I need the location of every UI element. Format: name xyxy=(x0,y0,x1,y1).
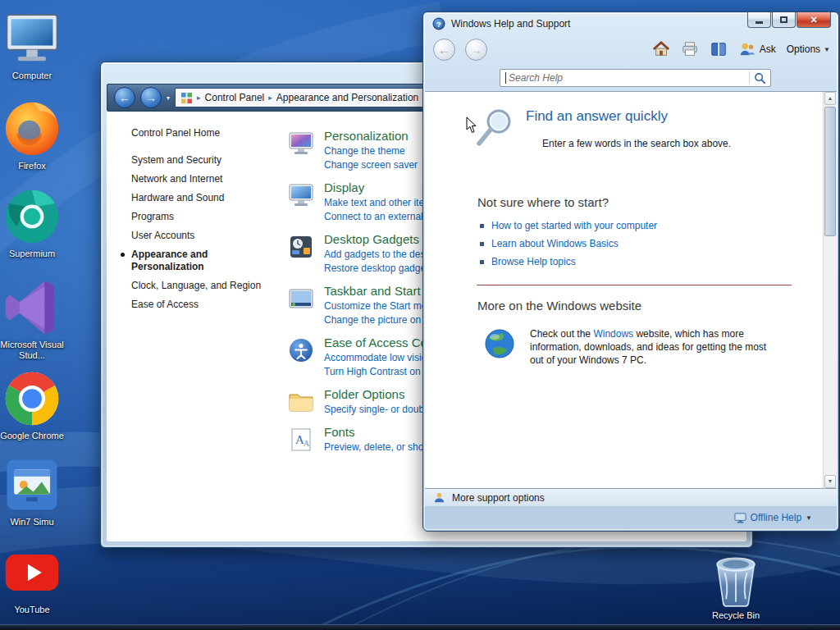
back-button[interactable]: ← xyxy=(114,87,135,108)
sidebar-item-hardware-and-sound[interactable]: Hardware and Sound xyxy=(131,189,287,208)
desktop-icon-label: Microsoft Visual Stud... xyxy=(0,340,63,360)
help-content: Find an answer quickly Enter a few words… xyxy=(425,91,837,488)
forward-button[interactable]: → xyxy=(465,39,487,61)
bullet-icon xyxy=(480,224,484,228)
control-panel-sidebar: Control Panel Home System and Security N… xyxy=(107,112,287,541)
minimize-button[interactable] xyxy=(747,12,771,28)
offline-computer-icon xyxy=(734,512,746,524)
search-icon[interactable] xyxy=(754,72,766,84)
forward-button[interactable]: → xyxy=(140,87,162,108)
link-get-started[interactable]: How to get started with your computer xyxy=(491,220,657,231)
link-windows-basics[interactable]: Learn about Windows Basics xyxy=(491,238,619,249)
recent-pages-dropdown-icon[interactable]: ▾ xyxy=(167,94,170,102)
vertical-scrollbar[interactable]: ▲ ▼ xyxy=(823,92,837,488)
options-button[interactable]: Options ▼ xyxy=(787,43,830,55)
task-link[interactable]: Change screen saver xyxy=(324,158,418,172)
link-browse-topics[interactable]: Browse Help topics xyxy=(491,256,576,267)
desktop-icon-win7-simu[interactable]: Win7 Simu xyxy=(0,453,64,527)
breadcrumb-current[interactable]: Appearance and Personalization xyxy=(276,92,418,103)
desktop-icon-youtube[interactable]: YouTube xyxy=(0,541,64,615)
text-caret xyxy=(505,72,506,84)
win7-simu-icon xyxy=(0,453,64,517)
chevron-right-icon: ▸ xyxy=(197,94,201,102)
desktop-icon-firefox[interactable]: Firefox xyxy=(0,97,64,171)
category-title[interactable]: Personalization xyxy=(324,128,418,144)
personalization-icon xyxy=(287,130,315,158)
desktop-icon-label: Firefox xyxy=(18,161,46,171)
bullet-icon xyxy=(480,242,484,246)
scroll-up-button[interactable]: ▲ xyxy=(824,92,836,105)
sidebar-item-programs[interactable]: Programs xyxy=(131,208,287,226)
sidebar-item-appearance-and-personalization[interactable]: Appearance and Personalization xyxy=(131,245,262,276)
home-icon[interactable] xyxy=(652,40,670,58)
desktop-icon-label: Computer xyxy=(12,71,52,80)
bullet-icon xyxy=(480,260,484,264)
active-item-bullet xyxy=(121,253,125,257)
sidebar-item-network-and-internet[interactable]: Network and Internet xyxy=(131,170,287,189)
sidebar-item-control-panel-home[interactable]: Control Panel Home xyxy=(131,124,287,143)
offline-help-button[interactable]: Offline Help ▼ xyxy=(734,512,812,524)
desktop-gadgets-icon xyxy=(287,233,315,261)
chrome-icon xyxy=(0,367,64,431)
help-link-row: How to get started with your computer xyxy=(480,220,657,231)
support-person-icon xyxy=(433,491,445,504)
close-icon: × xyxy=(810,14,817,25)
search-divider xyxy=(749,71,750,84)
recycle-bin-icon xyxy=(704,546,768,610)
svg-text:A: A xyxy=(304,439,310,448)
ease-of-access-icon xyxy=(287,336,315,364)
chevron-right-icon: ▸ xyxy=(268,94,272,102)
offline-help-bar: Offline Help ▼ xyxy=(425,506,837,529)
section-divider xyxy=(477,285,792,285)
scrollbar-thumb[interactable] xyxy=(824,107,836,236)
computer-icon xyxy=(0,7,64,71)
website-heading: More on the Windows website xyxy=(477,299,641,313)
desktop-icon-visual-studio[interactable]: Microsoft Visual Stud... xyxy=(0,276,64,361)
desktop-icon-label: Recycle Bin xyxy=(712,610,760,620)
visual-studio-icon xyxy=(0,276,64,340)
search-box[interactable] xyxy=(500,69,771,87)
caption-buttons: × xyxy=(747,12,831,28)
maximize-button[interactable] xyxy=(772,12,796,28)
window-title: Windows Help and Support xyxy=(451,18,570,30)
help-search-row xyxy=(425,65,837,91)
desktop-icon-computer[interactable]: Computer xyxy=(0,7,64,81)
minimize-icon xyxy=(756,21,763,24)
scroll-down-button[interactable]: ▼ xyxy=(824,475,836,488)
desktop-icon-label: Win7 Simu xyxy=(10,517,53,527)
windows-website-link[interactable]: Windows xyxy=(593,328,633,340)
options-label: Options xyxy=(787,43,820,55)
sidebar-item-clock-language-region[interactable]: Clock, Language, and Region xyxy=(131,276,287,295)
search-input[interactable] xyxy=(509,72,746,84)
find-answer-heading: Find an answer quickly xyxy=(526,108,668,125)
sidebar-item-user-accounts[interactable]: User Accounts xyxy=(131,226,287,245)
desktop-icon-supermium[interactable]: Supermium xyxy=(0,185,64,259)
more-support-bar[interactable]: More support options xyxy=(425,488,837,506)
task-link[interactable]: Change the theme xyxy=(324,144,418,158)
website-text-pre: Check out the xyxy=(530,328,593,340)
desktop: Computer Firefox Supermium Microsoft Vis… xyxy=(0,0,840,630)
display-icon xyxy=(287,181,315,209)
desktop-icon-recycle-bin[interactable]: Recycle Bin xyxy=(704,546,768,621)
ask-people-icon xyxy=(738,40,756,58)
sidebar-item-label: Appearance and Personalization xyxy=(131,249,208,272)
taskbar[interactable] xyxy=(0,624,840,630)
help-toolbar: ← → Ask Options xyxy=(423,35,838,65)
back-button[interactable]: ← xyxy=(433,39,455,61)
browse-help-icon[interactable] xyxy=(710,40,728,58)
help-window: ? Windows Help and Support × ← → xyxy=(422,11,839,532)
desktop-icon-label: YouTube xyxy=(14,605,49,614)
ask-button[interactable]: Ask xyxy=(738,40,776,58)
website-paragraph: Check out the Windows website, which has… xyxy=(530,327,778,367)
breadcrumb-root[interactable]: Control Panel xyxy=(205,92,265,103)
close-button[interactable]: × xyxy=(797,12,831,28)
magnifier-graphic-icon xyxy=(472,107,515,149)
maximize-icon xyxy=(780,16,788,23)
desktop-icon-chrome[interactable]: Google Chrome xyxy=(0,367,64,441)
sidebar-item-ease-of-access[interactable]: Ease of Access xyxy=(131,295,287,314)
sidebar-item-system-and-security[interactable]: System and Security xyxy=(131,151,287,170)
print-icon[interactable] xyxy=(681,40,699,58)
not-sure-heading: Not sure where to start? xyxy=(477,195,609,209)
ask-label: Ask xyxy=(760,43,776,55)
firefox-icon xyxy=(0,97,64,161)
